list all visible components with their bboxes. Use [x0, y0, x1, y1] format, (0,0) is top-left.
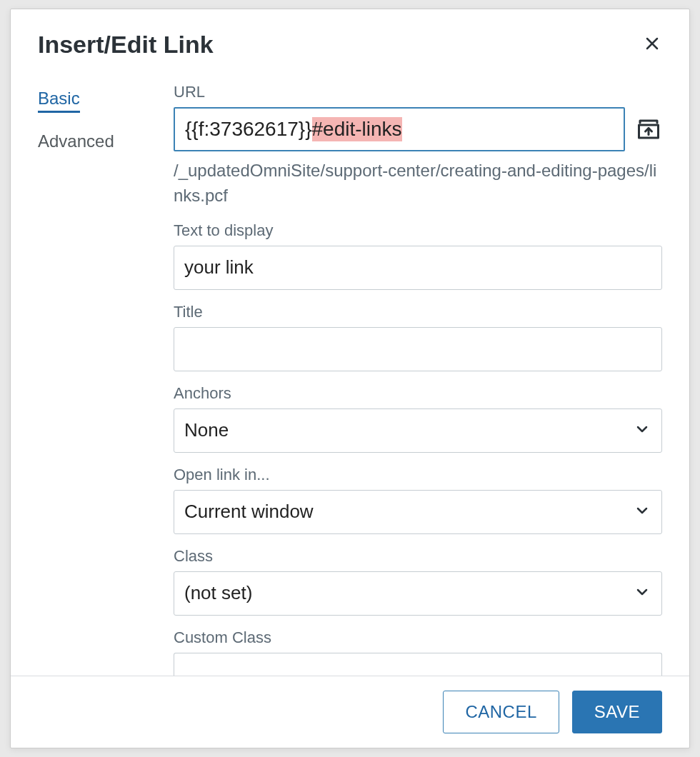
close-button[interactable]: [642, 34, 662, 54]
url-value-prefix: {{f:37362617}}: [185, 118, 312, 141]
open-link-label: Open link in...: [174, 466, 662, 484]
modal-title: Insert/Edit Link: [38, 31, 214, 59]
url-label: URL: [174, 83, 662, 101]
tab-advanced[interactable]: Advanced: [38, 127, 114, 156]
custom-class-input[interactable]: [174, 653, 662, 676]
class-group: Class (not set): [174, 547, 662, 616]
custom-class-group: Custom Class: [174, 628, 662, 676]
title-input[interactable]: [174, 327, 662, 371]
text-to-display-input[interactable]: [174, 246, 662, 290]
anchors-group: Anchors None: [174, 384, 662, 453]
modal-footer: CANCEL SAVE: [11, 676, 689, 748]
class-label: Class: [174, 547, 662, 566]
anchors-select[interactable]: None: [174, 408, 662, 453]
class-value: (not set): [184, 582, 252, 604]
text-to-display-label: Text to display: [174, 221, 662, 240]
url-input[interactable]: {{f:37362617}}#edit-links: [174, 107, 625, 151]
insert-edit-link-modal: Insert/Edit Link Basic Advanced URL {{f:…: [10, 9, 690, 748]
open-link-group: Open link in... Current window: [174, 466, 662, 534]
title-label: Title: [174, 303, 662, 321]
browse-icon: [636, 116, 661, 142]
anchors-label: Anchors: [174, 384, 662, 403]
class-select-wrap: (not set): [174, 571, 662, 616]
url-row: {{f:37362617}}#edit-links: [174, 107, 662, 151]
modal-body: Basic Advanced URL {{f:37362617}}#edit-l…: [11, 66, 689, 676]
tab-list: Basic Advanced: [38, 80, 145, 676]
open-link-select-wrap: Current window: [174, 490, 662, 534]
anchors-select-wrap: None: [174, 408, 662, 453]
cancel-button[interactable]: CANCEL: [443, 691, 559, 733]
custom-class-label: Custom Class: [174, 628, 662, 647]
browse-button[interactable]: [635, 116, 662, 143]
text-to-display-group: Text to display: [174, 221, 662, 290]
anchors-value: None: [184, 419, 229, 441]
url-value-highlight: #edit-links: [312, 117, 402, 141]
modal-header: Insert/Edit Link: [11, 9, 689, 66]
close-icon: [644, 35, 661, 52]
tab-basic[interactable]: Basic: [38, 84, 80, 113]
title-group: Title: [174, 303, 662, 371]
open-link-select[interactable]: Current window: [174, 490, 662, 534]
class-select[interactable]: (not set): [174, 571, 662, 616]
form-area: URL {{f:37362617}}#edit-links /_: [174, 80, 662, 676]
url-resolved-path: /_updatedOmniSite/support-center/creatin…: [174, 159, 662, 209]
url-field-group: URL {{f:37362617}}#edit-links /_: [174, 83, 662, 209]
open-link-value: Current window: [184, 501, 314, 523]
save-button[interactable]: SAVE: [572, 691, 662, 733]
